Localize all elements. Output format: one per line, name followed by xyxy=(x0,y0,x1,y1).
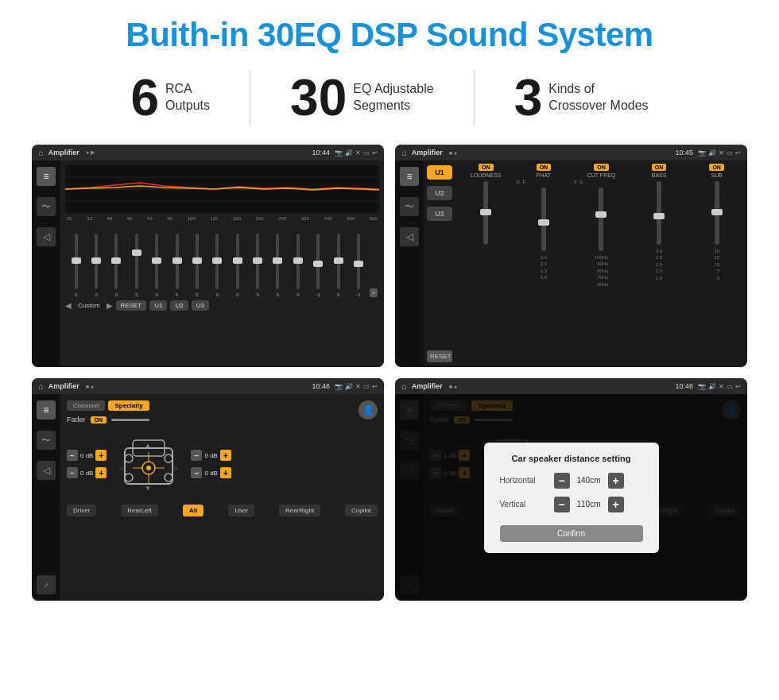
rearleft-btn[interactable]: RearLeft xyxy=(121,505,158,516)
u2-button[interactable]: U2 xyxy=(170,300,188,311)
sub-label: SUB xyxy=(711,172,722,178)
eq-slider-15: -1 xyxy=(349,234,367,297)
eq-sidebar: ≡ 〜 ◁ xyxy=(32,160,60,367)
cross-content: ≡ 〜 ◁ ⤢ Common Specialty xyxy=(32,394,384,601)
cross-main: Common Specialty Fader ON 👤 xyxy=(60,394,384,601)
amp-screen-title: Amplifier xyxy=(412,149,443,157)
amp-sliders: ON LOUDNESS ON PHAT G F xyxy=(455,160,747,367)
amp-wave-icon[interactable]: 〜 xyxy=(400,197,419,216)
db-minus-4[interactable]: − xyxy=(191,467,202,478)
user-btn[interactable]: User xyxy=(228,505,254,516)
phat-toggle[interactable]: ON xyxy=(537,164,552,171)
db-control-1: − 0 dB + xyxy=(67,450,107,461)
fader-label: Fader xyxy=(67,416,86,423)
amp-spk-icon[interactable]: ◁ xyxy=(400,227,419,246)
eq-graph xyxy=(65,165,379,213)
amp-eq-icon[interactable]: ≡ xyxy=(400,167,419,186)
phat-label: PHAT xyxy=(537,172,551,178)
svg-text:◁: ◁ xyxy=(120,465,126,472)
vertical-row: Vertical − 110cm + xyxy=(500,497,643,512)
eq-slider-14: 0 xyxy=(329,234,347,297)
eq-screen: ⌂ Amplifier ● ▶ 10:44 📷🔊✕▭↩ ≡ 〜 ◁ xyxy=(32,145,384,367)
u1-button[interactable]: U1 xyxy=(149,300,167,311)
eq-slider-3: 0 xyxy=(107,234,126,297)
next-button[interactable]: ▶ xyxy=(107,301,113,310)
reset-button[interactable]: RESET xyxy=(116,300,147,311)
eq-sliders: 0 0 0 5 xyxy=(65,226,379,297)
stats-row: 6 RCAOutputs 30 EQ AdjustableSegments 3 … xyxy=(32,70,747,126)
speaker-icon[interactable]: ◁ xyxy=(37,227,56,246)
eq-icon[interactable]: ≡ xyxy=(37,167,56,186)
loudness-toggle[interactable]: ON xyxy=(479,164,494,171)
eq-slider-2: 0 xyxy=(87,234,105,297)
db-minus-1[interactable]: − xyxy=(67,450,78,461)
cross-eq-icon[interactable]: ≡ xyxy=(37,400,56,420)
phat-group: ON PHAT G F 3.02.11.30.5 xyxy=(517,164,572,364)
profile-icon[interactable]: 👤 xyxy=(358,400,378,420)
sub-toggle[interactable]: ON xyxy=(709,164,724,171)
vertical-stepper: − 110cm + xyxy=(554,497,624,512)
loudness-group: ON LOUDNESS xyxy=(459,164,514,364)
db-plus-4[interactable]: + xyxy=(220,467,231,478)
eq-slider-9: 0 xyxy=(228,234,246,297)
cross-wave-icon[interactable]: 〜 xyxy=(37,431,56,450)
cross-time: 10:46 xyxy=(312,382,330,390)
loudness-slider[interactable] xyxy=(483,181,488,245)
cutfreq-scale: 100Hz90Hz80Hz70Hz60Hz xyxy=(595,254,608,288)
vertical-minus[interactable]: − xyxy=(554,497,570,512)
horizontal-minus[interactable]: − xyxy=(554,473,570,489)
sub-slider[interactable] xyxy=(715,181,719,245)
specialty-tab[interactable]: Specialty xyxy=(108,400,149,411)
bass-slider[interactable] xyxy=(657,181,661,245)
db-minus-3[interactable]: − xyxy=(191,450,202,461)
eq-content: ≡ 〜 ◁ xyxy=(32,160,384,367)
dialog-title: Car speaker distance setting xyxy=(500,454,643,463)
phat-slider[interactable] xyxy=(541,188,546,251)
copilot-btn[interactable]: Copilot xyxy=(345,505,378,516)
db-value-1: 0 dB xyxy=(80,452,93,459)
distance-dialog: Car speaker distance setting Horizontal … xyxy=(484,443,659,553)
wave-icon[interactable]: 〜 xyxy=(37,197,56,216)
driver-btn[interactable]: Driver xyxy=(67,505,96,516)
eq-slider-1: 0 xyxy=(67,234,85,297)
db-minus-2[interactable]: − xyxy=(67,467,78,478)
vertical-label: Vertical xyxy=(500,500,548,509)
cross-sidebar: ≡ 〜 ◁ ⤢ xyxy=(32,394,60,601)
amp-reset[interactable]: RESET xyxy=(427,350,452,362)
dist-screen-title: Amplifier xyxy=(412,382,443,390)
confirm-button[interactable]: Confirm xyxy=(500,525,643,542)
cutfreq-group: ON CUT FREQ F G 100Hz90Hz80Hz70Hz60Hz xyxy=(574,164,629,364)
rearright-btn[interactable]: RearRight xyxy=(279,505,320,516)
cutfreq-slider[interactable] xyxy=(599,188,603,251)
bass-toggle[interactable]: ON xyxy=(652,164,667,171)
fader-slider[interactable] xyxy=(111,419,149,421)
u1-preset[interactable]: U1 xyxy=(427,165,452,180)
amp-home-icon[interactable]: ⌂ xyxy=(401,148,407,157)
all-btn[interactable]: All xyxy=(183,505,203,516)
cross-status-icons: 📷🔊✕▭↩ xyxy=(335,383,378,390)
cross-home-icon[interactable]: ⌂ xyxy=(38,381,44,391)
cutfreq-toggle[interactable]: ON xyxy=(594,164,609,171)
db-plus-1[interactable]: + xyxy=(95,450,107,461)
u2-preset[interactable]: U2 xyxy=(427,186,452,200)
common-tab[interactable]: Common xyxy=(67,400,105,411)
stat-number-rca: 6 xyxy=(130,72,159,123)
vertical-plus[interactable]: + xyxy=(608,497,624,512)
u3-preset[interactable]: U3 xyxy=(427,207,452,221)
horizontal-plus[interactable]: + xyxy=(608,473,624,489)
db-value-4: 0 dB xyxy=(204,470,217,477)
dist-home-icon[interactable]: ⌂ xyxy=(401,381,407,391)
more-button[interactable]: » xyxy=(370,288,378,297)
home-icon[interactable]: ⌂ xyxy=(38,148,44,157)
dist-status-icons: 📷🔊✕▭↩ xyxy=(698,383,741,390)
horizontal-label: Horizontal xyxy=(500,476,548,485)
prev-button[interactable]: ◀ xyxy=(65,301,72,310)
svg-point-11 xyxy=(146,466,151,470)
cross-expand-icon[interactable]: ⤢ xyxy=(37,575,56,594)
db-plus-3[interactable]: + xyxy=(220,450,231,461)
cross-spk-icon[interactable]: ◁ xyxy=(37,461,56,480)
amp-sidebar: ≡ 〜 ◁ xyxy=(395,160,424,367)
u3-button[interactable]: U3 xyxy=(192,300,209,311)
fader-toggle[interactable]: ON xyxy=(91,416,107,423)
db-plus-2[interactable]: + xyxy=(95,467,107,478)
